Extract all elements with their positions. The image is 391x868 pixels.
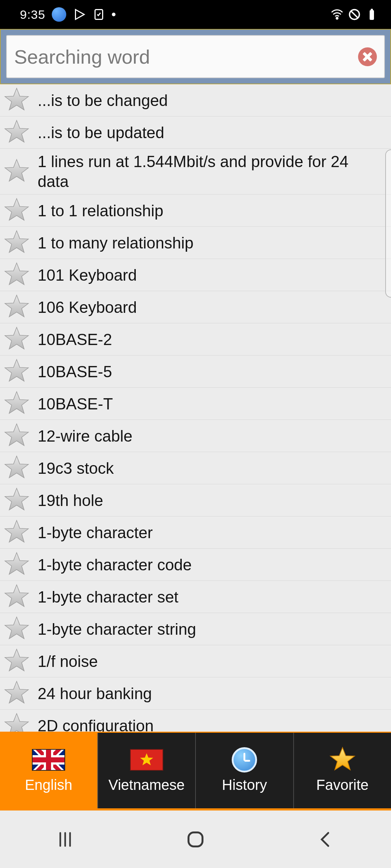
android-back-button[interactable] [290, 830, 362, 849]
favorite-star-icon[interactable] [4, 294, 30, 320]
word-text: 1 to 1 relationship [38, 201, 163, 221]
word-row[interactable]: 1 to many relationship [0, 227, 391, 259]
search-box[interactable] [6, 35, 385, 78]
favorite-star-icon[interactable] [4, 358, 30, 384]
word-row[interactable]: 1-byte character [0, 516, 391, 549]
word-text: 101 Keyboard [38, 265, 137, 285]
favorite-star-icon[interactable] [4, 487, 30, 513]
word-text: 1 to many relationship [38, 233, 193, 253]
word-row[interactable]: ...is to be changed [0, 84, 391, 116]
svg-marker-13 [5, 295, 29, 317]
svg-marker-7 [5, 88, 29, 110]
status-more-dot-icon [112, 13, 115, 16]
word-row[interactable]: ...is to be updated [0, 116, 391, 149]
favorite-star-icon[interactable] [4, 158, 30, 184]
word-row[interactable]: 1 to 1 relationship [0, 195, 391, 227]
word-text: 10BASE-5 [38, 362, 112, 382]
svg-marker-0 [76, 10, 84, 20]
favorite-star-icon[interactable] [4, 712, 30, 732]
android-status-bar: 9:35 [0, 0, 391, 29]
sim-card-icon [92, 8, 105, 21]
search-input[interactable] [14, 46, 358, 68]
svg-line-4 [351, 11, 358, 18]
favorite-star-icon[interactable] [4, 119, 30, 145]
word-row[interactable]: 1-byte character string [0, 613, 391, 645]
favorite-star-icon[interactable] [4, 584, 30, 610]
clear-search-icon[interactable] [358, 47, 377, 66]
svg-rect-33 [189, 832, 203, 846]
word-text: 10BASE-2 [38, 329, 112, 349]
word-row[interactable]: 10BASE-T [0, 388, 391, 420]
favorite-star-icon[interactable] [4, 87, 30, 113]
svg-marker-24 [5, 649, 29, 671]
favorite-star-icon[interactable] [4, 326, 30, 352]
word-row[interactable]: 10BASE-5 [0, 356, 391, 388]
svg-marker-18 [5, 456, 29, 478]
svg-marker-20 [5, 520, 29, 542]
svg-marker-26 [5, 714, 29, 732]
word-text: 10BASE-T [38, 394, 113, 414]
word-row[interactable]: 1-byte character code [0, 549, 391, 581]
word-text: 1-byte character set [38, 587, 178, 607]
tab-vietnamese[interactable]: Vietnamese [98, 733, 196, 808]
favorite-star-icon[interactable] [4, 230, 30, 256]
svg-point-2 [336, 17, 338, 19]
svg-marker-15 [5, 359, 29, 381]
svg-marker-17 [5, 424, 29, 446]
word-row[interactable]: 1/f noise [0, 645, 391, 677]
svg-marker-22 [5, 585, 29, 607]
favorite-star-icon[interactable] [4, 519, 30, 545]
tab-english-label: English [25, 777, 72, 793]
word-row[interactable]: 2D configuration [0, 710, 391, 732]
clock-icon [232, 747, 257, 773]
favorite-star-icon[interactable] [4, 391, 30, 417]
svg-marker-11 [5, 231, 29, 252]
word-row[interactable]: 10BASE-2 [0, 323, 391, 356]
word-row[interactable]: 19c3 stock [0, 452, 391, 484]
svg-marker-9 [5, 159, 29, 181]
word-text: ...is to be updated [38, 123, 164, 142]
star-icon [326, 748, 359, 772]
word-text: 1 lines run at 1.544Mbit/s and provide f… [38, 152, 384, 191]
word-row[interactable]: 101 Keyboard [0, 259, 391, 291]
word-text: ...is to be changed [38, 90, 168, 110]
word-text: 12-wire cable [38, 426, 133, 446]
word-text: 1/f noise [38, 651, 98, 671]
favorite-star-icon[interactable] [4, 455, 30, 481]
android-nav-bar [0, 810, 391, 868]
favorite-star-icon[interactable] [4, 262, 30, 288]
tab-history[interactable]: History [196, 733, 294, 808]
word-text: 19th hole [38, 490, 103, 510]
svg-rect-6 [371, 9, 373, 10]
favorite-star-icon[interactable] [4, 423, 30, 449]
android-home-button[interactable] [159, 829, 232, 850]
svg-marker-12 [5, 263, 29, 285]
word-text: 1-byte character [38, 523, 153, 542]
word-text: 19c3 stock [38, 458, 114, 478]
search-bar-container [0, 29, 391, 84]
word-row[interactable]: 106 Keyboard [0, 291, 391, 323]
favorite-star-icon[interactable] [4, 197, 30, 224]
svg-marker-29 [330, 748, 354, 770]
word-row[interactable]: 1 lines run at 1.544Mbit/s and provide f… [0, 149, 391, 195]
favorite-star-icon[interactable] [4, 616, 30, 642]
favorite-star-icon[interactable] [4, 680, 30, 706]
tab-english[interactable]: English [0, 733, 98, 808]
word-row[interactable]: 12-wire cable [0, 420, 391, 452]
word-row[interactable]: 1-byte character set [0, 581, 391, 613]
scroll-indicator[interactable] [385, 149, 391, 298]
word-text: 2D configuration [38, 716, 154, 732]
word-row[interactable]: 24 hour banking [0, 677, 391, 710]
favorite-star-icon[interactable] [4, 552, 30, 578]
word-text: 1-byte character string [38, 619, 196, 639]
word-row[interactable]: 19th hole [0, 484, 391, 516]
uk-flag-icon [32, 749, 65, 771]
svg-marker-19 [5, 488, 29, 510]
tab-favorite[interactable]: Favorite [294, 733, 391, 808]
do-not-disturb-icon [348, 8, 361, 21]
favorite-star-icon[interactable] [4, 648, 30, 674]
android-recent-button[interactable] [29, 830, 101, 849]
word-text: 1-byte character code [38, 555, 192, 575]
word-list[interactable]: ...is to be changed ...is to be updated … [0, 84, 391, 732]
status-clock: 9:35 [20, 8, 45, 22]
